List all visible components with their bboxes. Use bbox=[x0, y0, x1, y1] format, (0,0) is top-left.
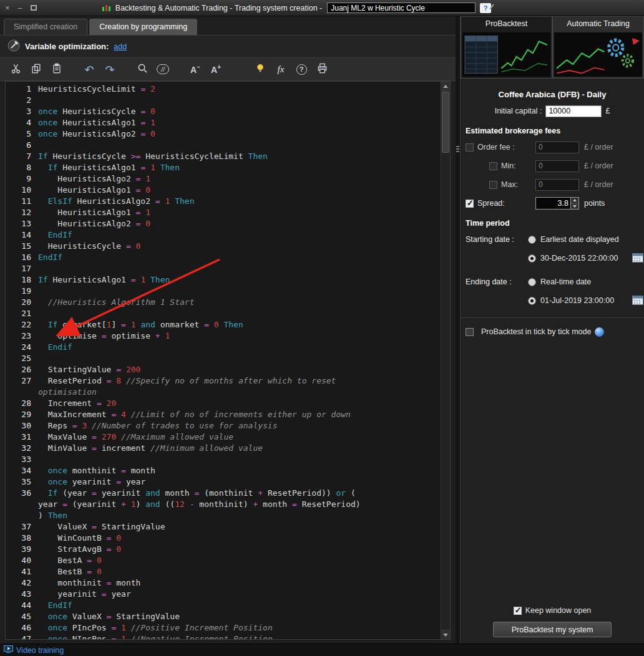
code-line[interactable]: 2 bbox=[6, 95, 440, 106]
cut-button[interactable] bbox=[6, 60, 25, 79]
code-line[interactable]: 33 bbox=[6, 454, 440, 465]
code-line[interactable]: 30 Reps = 3 //Number of trades to use fo… bbox=[6, 420, 440, 432]
redo-button[interactable]: ↷ bbox=[100, 60, 119, 79]
code-line[interactable]: 7If HeuristicsCycle >= HeuristicsCycleLi… bbox=[6, 151, 440, 162]
code-line[interactable]: ) Then bbox=[6, 510, 440, 521]
spread-value[interactable]: 3.8 bbox=[536, 198, 570, 209]
close-button[interactable]: × bbox=[5, 0, 10, 16]
copy-button[interactable] bbox=[27, 60, 46, 79]
code-line[interactable]: 21 bbox=[6, 308, 440, 319]
decrease-font-button[interactable]: A− bbox=[186, 60, 205, 79]
hint-button[interactable] bbox=[251, 60, 270, 79]
radio-starting-date[interactable] bbox=[528, 254, 536, 263]
code-line[interactable]: 36 If (year = yearinit and month = (mont… bbox=[6, 488, 440, 499]
spread-stepper[interactable] bbox=[570, 198, 578, 209]
code-line[interactable]: 29 MaxIncrement = 4 //Limit of no of inc… bbox=[6, 409, 440, 420]
max-fee-checkbox[interactable] bbox=[489, 181, 497, 189]
code-line[interactable]: 8 If HeuristicsAlgo1 = 1 Then bbox=[6, 162, 440, 173]
code-line[interactable]: 4once HeuristicsAlgo1 = 1 bbox=[6, 117, 440, 128]
spread-input[interactable]: 3.8 bbox=[535, 197, 579, 210]
code-line[interactable]: 28 Increment = 20 bbox=[6, 398, 440, 409]
increase-font-button[interactable]: A+ bbox=[207, 60, 225, 79]
code-line[interactable]: 17 bbox=[6, 263, 440, 274]
code-line[interactable]: 46 once PIncPos = 1 //Positive Increment… bbox=[6, 622, 440, 634]
code-line[interactable]: optimisation bbox=[6, 387, 440, 398]
starting-calendar-icon[interactable] bbox=[632, 253, 643, 264]
add-variable-link[interactable]: add bbox=[114, 42, 127, 51]
stepper-up-icon[interactable] bbox=[571, 198, 578, 204]
code-line[interactable]: 18If HeuristicsAlgo1 = 1 Then bbox=[6, 274, 440, 286]
code-line[interactable]: 20 //Heuristics Algorithm 1 Start bbox=[6, 297, 440, 308]
code-line[interactable]: 39 StratAvgB = 0 bbox=[6, 544, 440, 555]
code-line[interactable]: 1HeuristicsCycleLimit = 2 bbox=[6, 84, 440, 95]
minimize-button[interactable]: – bbox=[18, 0, 22, 16]
code-line[interactable]: 41 BestB = 0 bbox=[6, 566, 440, 577]
radio-ending-date[interactable] bbox=[528, 297, 536, 305]
help-icon[interactable]: ? bbox=[480, 3, 491, 13]
min-fee-checkbox[interactable] bbox=[489, 162, 497, 170]
help-button[interactable]: ? bbox=[292, 60, 311, 79]
code-line[interactable]: 14 EndIf bbox=[6, 229, 440, 241]
order-fee-input[interactable] bbox=[535, 142, 579, 153]
ending-calendar-icon[interactable] bbox=[632, 295, 643, 307]
code-line[interactable]: 44 EndIf bbox=[6, 600, 440, 611]
video-training-link[interactable]: Video training bbox=[16, 646, 64, 655]
code-line[interactable]: 25 bbox=[6, 353, 440, 364]
max-fee-input[interactable] bbox=[535, 179, 579, 191]
scroll-up-button[interactable] bbox=[441, 82, 450, 91]
code-line[interactable]: 12 HeuristicsAlgo1 = 1 bbox=[6, 207, 440, 218]
order-fee-checkbox[interactable] bbox=[466, 143, 474, 152]
code-line[interactable]: 35 once yearinit = year bbox=[6, 476, 440, 488]
stepper-down-icon[interactable] bbox=[571, 204, 578, 210]
tab-simplified-creation[interactable]: Simplified creation bbox=[4, 19, 87, 35]
code-line[interactable]: year = (yearinit + 1) and ((12 - monthin… bbox=[6, 499, 440, 510]
radio-realtime-date[interactable] bbox=[528, 278, 536, 286]
panel-splitter[interactable] bbox=[456, 16, 460, 644]
scrollbar-thumb[interactable] bbox=[442, 92, 449, 153]
min-fee-input[interactable] bbox=[535, 160, 579, 172]
code-line[interactable]: 11 ElsIf HeuristicsAlgo2 = 1 Then bbox=[6, 196, 440, 207]
code-line[interactable]: 38 WinCountB = 0 bbox=[6, 533, 440, 544]
radio-earliest-date[interactable] bbox=[528, 236, 536, 244]
code-line[interactable]: 23 optimise = optimise + 1 bbox=[6, 330, 440, 342]
code-line[interactable]: 5once HeuristicsAlgo2 = 0 bbox=[6, 128, 440, 140]
editor-scrollbar[interactable] bbox=[441, 82, 450, 639]
tick-mode-checkbox[interactable] bbox=[466, 328, 474, 336]
print-button[interactable] bbox=[313, 60, 331, 79]
system-name-input[interactable] bbox=[327, 2, 476, 13]
code-line[interactable]: 16EndIf bbox=[6, 252, 440, 263]
search-button[interactable] bbox=[133, 60, 152, 79]
code-editor[interactable]: 1HeuristicsCycleLimit = 223once Heuristi… bbox=[5, 81, 451, 640]
maximize-button[interactable] bbox=[31, 5, 37, 11]
code-line[interactable]: 47 once NIncPos = 1 //Negative Increment… bbox=[6, 634, 440, 639]
paste-button[interactable] bbox=[47, 60, 66, 79]
insert-function-button[interactable]: fx bbox=[271, 60, 290, 79]
code-line[interactable]: 27 ResetPeriod = 8 //Specify no of month… bbox=[6, 375, 440, 387]
tab-automatic-trading[interactable]: Automatic Trading bbox=[552, 16, 644, 79]
undo-button[interactable]: ↶ bbox=[80, 60, 99, 79]
code-line[interactable]: 31 MaxValue = 270 //Maximum allowed valu… bbox=[6, 432, 440, 443]
code-line[interactable]: 22 If onmarket[1] = 1 and onmarket = 0 T… bbox=[6, 319, 440, 330]
code-line[interactable]: 10 HeuristicsAlgo1 = 0 bbox=[6, 185, 440, 196]
code-line[interactable]: 19 bbox=[6, 286, 440, 297]
code-line[interactable]: 42 monthinit = month bbox=[6, 577, 440, 589]
code-line[interactable]: 9 HeuristicsAlgo2 = 1 bbox=[6, 173, 440, 185]
code-line[interactable]: 24 Endif bbox=[6, 342, 440, 353]
code-line[interactable]: 43 yearinit = year bbox=[6, 589, 440, 600]
code-line[interactable]: 26 StartingValue = 200 bbox=[6, 364, 440, 375]
scroll-down-button[interactable] bbox=[441, 630, 450, 639]
code-line[interactable]: 34 once monthinit = month bbox=[6, 465, 440, 476]
editor-code[interactable]: 1HeuristicsCycleLimit = 223once Heuristi… bbox=[6, 84, 440, 639]
initial-capital-input[interactable] bbox=[545, 105, 602, 117]
code-line[interactable]: 37 ValueX = StartingValue bbox=[6, 521, 440, 533]
keep-window-open-checkbox[interactable] bbox=[514, 607, 522, 615]
code-line[interactable]: 32 MinValue = increment //Minimum allowe… bbox=[6, 443, 440, 454]
code-line[interactable]: 6 bbox=[6, 140, 440, 151]
spread-checkbox[interactable] bbox=[466, 200, 474, 208]
code-line[interactable]: 45 once ValueX = StartingValue bbox=[6, 611, 440, 622]
code-line[interactable]: 3once HeuristicsCycle = 0 bbox=[6, 106, 440, 117]
code-line[interactable]: 13 HeuristicsAlgo2 = 0 bbox=[6, 218, 440, 229]
tab-probacktest[interactable]: ProBacktest bbox=[461, 16, 552, 79]
code-line[interactable]: 15 HeuristicsCycle = 0 bbox=[6, 241, 440, 252]
code-line[interactable]: 40 BestA = 0 bbox=[6, 555, 440, 566]
